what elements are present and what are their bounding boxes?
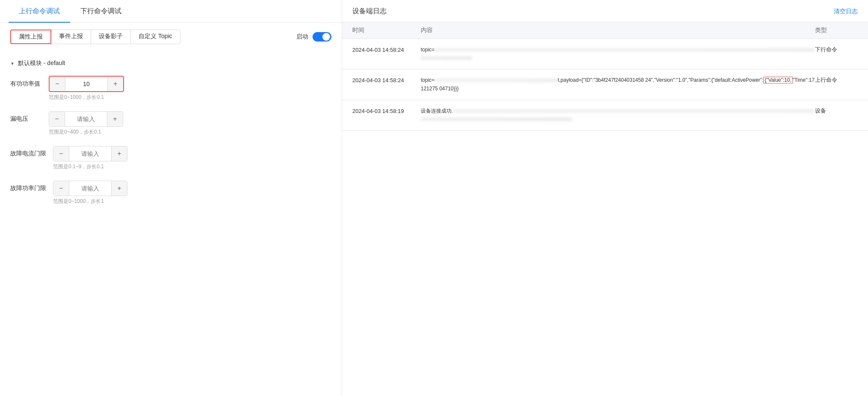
highlighted-value: {"Value":10, (763, 77, 792, 83)
log-row-1: 2024-04-03 14:58:24 topic=xxxxxxxxxxxxxx… (342, 39, 868, 69)
sub-tab-group: 属性上报 事件上报 设备影子 自定义 Topic (10, 30, 180, 44)
field-label-fault-current: 故障电流门限 (10, 150, 53, 158)
log-row-3: 2024-04-03 14:58:19 设备连接成功.xxxxxxxxxxxxx… (342, 100, 868, 131)
top-tabs: 上行命令调试 下行命令调试 (0, 0, 342, 23)
log-time-1: 2024-04-03 14:58:24 (352, 46, 421, 55)
log-content-1: topic=xxxxxxxxxxxxxxxxxxxxxxxxxxxxxxxxxx… (421, 46, 815, 62)
increase-active-power[interactable]: + (108, 77, 123, 91)
tab-downlink[interactable]: 下行命令调试 (70, 0, 132, 23)
tab-event[interactable]: 事件上报 (51, 30, 91, 44)
right-panel-title: 设备端日志 (352, 7, 387, 16)
log-time-2: 2024-04-03 14:58:24 (352, 76, 421, 85)
field-fault-power: 故障功率门限 − + 范围是0~1000，步长1 (10, 181, 331, 205)
start-toggle: 启动 (296, 32, 331, 42)
decrease-fault-power[interactable]: − (53, 181, 69, 196)
decrease-fault-current[interactable]: − (53, 146, 69, 161)
sub-tabs-row: 属性上报 事件上报 设备影子 自定义 Topic 启动 (0, 23, 342, 51)
log-time-3: 2024-04-03 14:58:19 (352, 107, 421, 116)
right-panel: 设备端日志 清空日志 时间 内容 类型 2024-04-03 14:58:24 … (342, 0, 868, 396)
decrease-leakage-voltage[interactable]: − (49, 112, 65, 126)
log-row-2: 2024-04-03 14:58:24 topic=xxxxxxxxxxxxxx… (342, 69, 868, 100)
tab-uplink[interactable]: 上行命令调试 (9, 0, 70, 23)
increase-fault-power[interactable]: + (112, 181, 127, 196)
right-header: 设备端日志 清空日志 (342, 0, 868, 22)
hint-active-power: 范围是0~1000，步长0.1 (49, 94, 331, 101)
left-panel: 上行命令调试 下行命令调试 属性上报 事件上报 设备影子 自定义 Topic (0, 0, 342, 396)
hint-fault-power: 范围是0~1000，步长1 (53, 198, 331, 205)
tab-shadow[interactable]: 设备影子 (91, 30, 130, 44)
log-type-3: 设备 (815, 107, 858, 115)
input-active-power[interactable] (65, 77, 108, 91)
log-type-1: 下行命令 (815, 46, 858, 54)
input-leakage-voltage[interactable] (65, 112, 107, 126)
toggle-label: 启动 (296, 33, 308, 41)
stepper-active-power: − + (49, 76, 124, 92)
col-header-time: 时间 (352, 27, 421, 34)
field-leakage-voltage: 漏电压 − + 范围是0~400，步长0.1 (10, 111, 331, 136)
field-label-leakage-voltage: 漏电压 (10, 115, 49, 123)
module-name: 默认模块 - default (18, 60, 65, 67)
tab-property[interactable]: 属性上报 (10, 30, 51, 44)
left-content: ▼ 默认模块 - default 有功功率值 − + 范围是0~1000，步长0… (0, 51, 342, 396)
input-fault-current[interactable] (69, 146, 112, 161)
col-header-type: 类型 (815, 27, 858, 34)
log-content-3: 设备连接成功.xxxxxxxxxxxxxxxxxxxxxxxxxxxxxxxxx… (421, 107, 815, 123)
stepper-fault-power: − + (53, 181, 127, 196)
log-content-2: topic=xxxxxxxxxxxxxxxxxxxxxxxxxxxxxxxxxx… (421, 76, 815, 92)
field-fault-current: 故障电流门限 − + 范围是0.1~9，步长0.1 (10, 146, 331, 170)
clear-log-button[interactable]: 清空日志 (834, 8, 858, 15)
log-type-2: 上行命令 (815, 76, 858, 84)
module-arrow-icon: ▼ (10, 61, 15, 66)
field-label-active-power: 有功功率值 (10, 80, 49, 88)
module-header: ▼ 默认模块 - default (10, 60, 331, 67)
hint-leakage-voltage: 范围是0~400，步长0.1 (49, 128, 331, 136)
log-table: 时间 内容 类型 2024-04-03 14:58:24 topic=xxxxx… (342, 22, 868, 396)
hint-fault-current: 范围是0.1~9，步长0.1 (53, 163, 331, 170)
stepper-fault-current: − + (53, 146, 127, 161)
field-active-power: 有功功率值 − + 范围是0~1000，步长0.1 (10, 76, 331, 101)
decrease-active-power[interactable]: − (50, 77, 65, 91)
field-label-fault-power: 故障功率门限 (10, 185, 53, 192)
increase-fault-current[interactable]: + (112, 146, 127, 161)
tab-custom-topic[interactable]: 自定义 Topic (130, 30, 180, 44)
input-fault-power[interactable] (69, 181, 112, 196)
increase-leakage-voltage[interactable]: + (107, 112, 123, 126)
stepper-leakage-voltage: − + (49, 111, 123, 127)
col-header-content: 内容 (421, 27, 815, 34)
log-table-header: 时间 内容 类型 (342, 22, 868, 39)
toggle-switch[interactable] (313, 32, 331, 42)
